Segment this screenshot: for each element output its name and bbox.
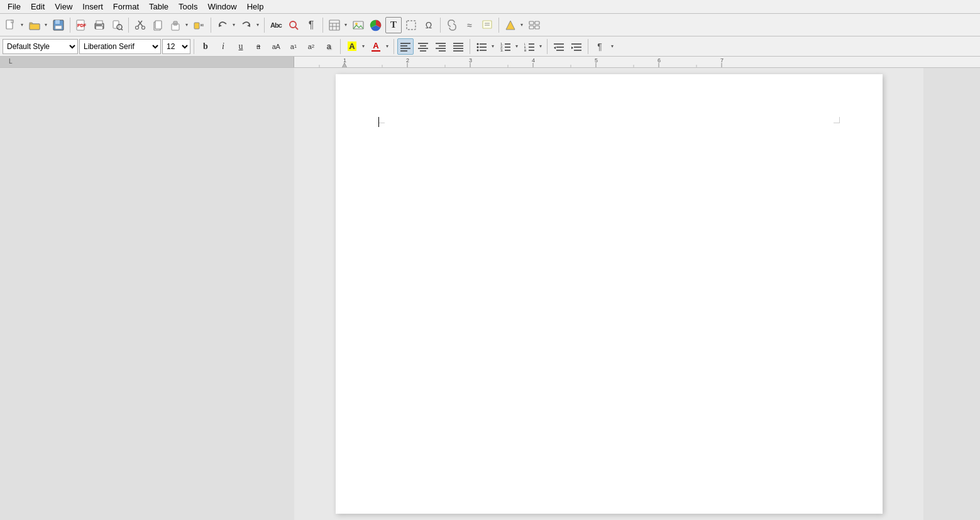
svg-rect-24 (202, 24, 204, 26)
unordered-list-button[interactable] (473, 38, 490, 55)
menu-file[interactable]: File (3, 1, 26, 13)
sep7 (498, 18, 499, 33)
subscript-button[interactable]: a1 (285, 38, 302, 55)
justify-button[interactable] (450, 38, 466, 55)
ruler-corner-marker: L (9, 58, 13, 65)
hyperlink-button[interactable] (444, 17, 460, 33)
underline-button[interactable]: u (233, 38, 249, 55)
font-dropdown[interactable]: Liberation Serif (79, 39, 161, 54)
align-left-button[interactable] (397, 38, 414, 55)
clone-formatting-button[interactable] (191, 17, 207, 33)
svg-text:7: 7 (720, 57, 724, 64)
shape-fill-button[interactable] (502, 17, 519, 33)
svg-rect-29 (329, 20, 339, 30)
form-controls-button[interactable] (526, 17, 542, 33)
svg-marker-26 (247, 24, 250, 27)
cut-button[interactable] (132, 17, 148, 33)
bold-button[interactable]: b (197, 38, 214, 55)
table-btn-group: ▾ (326, 17, 349, 33)
undo-dropdown-arrow[interactable]: ▾ (231, 17, 237, 33)
ordered-list-button[interactable]: 1.2.3. (497, 38, 514, 55)
svg-rect-8 (96, 21, 102, 24)
track-changes-button[interactable]: ≈ (461, 17, 478, 33)
decrease-indent-button[interactable] (551, 38, 567, 55)
sep8 (194, 39, 194, 54)
italic-button[interactable]: i (215, 38, 231, 55)
superscript-button[interactable]: a2 (303, 38, 319, 55)
save-button[interactable] (50, 17, 67, 33)
char-highlight-button[interactable]: A (344, 38, 360, 55)
svg-rect-38 (483, 21, 492, 28)
find-button[interactable] (285, 17, 302, 33)
char-highlight-btn-group: A ▾ (344, 38, 366, 55)
shadow-button[interactable]: a (321, 38, 337, 55)
copy-button[interactable] (150, 17, 166, 33)
align-right-button[interactable] (432, 38, 449, 55)
align-center-button[interactable] (415, 38, 431, 55)
open-dropdown-arrow[interactable]: ▾ (43, 17, 49, 33)
document-area[interactable] (294, 68, 923, 520)
paragraph-style-dropdown-arrow[interactable]: ▾ (609, 38, 615, 55)
size-dropdown[interactable]: 12 (162, 39, 190, 54)
list-style-button[interactable]: i.ii.iii (521, 38, 537, 55)
menu-view[interactable]: View (50, 1, 77, 13)
menu-insert[interactable]: Insert (77, 1, 108, 13)
strikethrough-button[interactable]: a (250, 38, 267, 55)
textbox-button[interactable]: T (385, 17, 402, 33)
new-dropdown-arrow[interactable]: ▾ (19, 17, 25, 33)
page-margin-top-left (378, 117, 385, 123)
unordered-list-btn-group: ▾ (473, 38, 496, 55)
redo-btn-group: ▾ (238, 17, 261, 33)
spellcheck-button[interactable]: Abc (268, 17, 284, 33)
font-color-dropdown-arrow[interactable]: ▾ (384, 38, 390, 55)
svg-text:4: 4 (532, 57, 535, 64)
table-dropdown-arrow[interactable]: ▾ (343, 17, 349, 33)
menu-format[interactable]: Format (108, 1, 144, 13)
svg-marker-41 (506, 21, 515, 30)
shape-fill-btn-group: ▾ (502, 17, 525, 33)
pdf-export-button[interactable]: PDF (74, 17, 90, 33)
menu-help[interactable]: Help (242, 1, 269, 13)
ruler-active[interactable]: 1 2 3 4 5 6 7 (294, 57, 980, 67)
image-insert-button[interactable] (350, 17, 366, 33)
paste-dropdown-arrow[interactable]: ▾ (184, 17, 190, 33)
ruler: L 1 2 3 4 5 6 7 (0, 57, 980, 68)
menu-edit[interactable]: Edit (26, 1, 50, 13)
table-insert-button[interactable] (326, 17, 343, 33)
document-page[interactable] (336, 74, 883, 514)
redo-button[interactable] (238, 17, 255, 33)
shape-fill-dropdown-arrow[interactable]: ▾ (519, 17, 525, 33)
increase-indent-button[interactable] (568, 38, 585, 55)
paste-button[interactable] (167, 17, 184, 33)
chart-button[interactable] (368, 17, 384, 33)
print-button[interactable] (91, 17, 107, 33)
svg-marker-83 (554, 47, 556, 49)
sep12 (547, 39, 548, 54)
char-highlight-dropdown-arrow[interactable]: ▾ (360, 38, 366, 55)
new-button[interactable] (3, 17, 19, 33)
svg-text:3: 3 (469, 57, 472, 64)
unordered-list-dropdown-arrow[interactable]: ▾ (490, 38, 496, 55)
special-char-button[interactable]: Ω (421, 17, 437, 33)
svg-text:1: 1 (343, 57, 346, 64)
frame-button[interactable] (403, 17, 419, 33)
font-color-button[interactable]: A (368, 38, 384, 55)
list-style-dropdown-arrow[interactable]: ▾ (537, 38, 544, 55)
menu-window[interactable]: Window (202, 1, 241, 13)
print-preview-button[interactable] (109, 17, 125, 33)
open-button[interactable] (26, 17, 43, 33)
undo-button[interactable] (214, 17, 231, 33)
nonprinting-button[interactable]: ¶ (303, 17, 319, 33)
redo-dropdown-arrow[interactable]: ▾ (255, 17, 261, 33)
svg-rect-1 (30, 24, 40, 30)
ordered-list-dropdown-arrow[interactable]: ▾ (514, 38, 520, 55)
svg-point-64 (477, 49, 479, 51)
uppercase-button[interactable]: aA (268, 38, 284, 55)
menu-tools[interactable]: Tools (173, 1, 202, 13)
note-button[interactable] (479, 17, 495, 33)
paragraph-style-button[interactable]: ¶ (592, 38, 608, 55)
menu-table[interactable]: Table (144, 1, 173, 13)
svg-line-28 (295, 27, 298, 30)
left-sidebar (0, 68, 294, 520)
style-dropdown[interactable]: Default Style (3, 39, 78, 54)
